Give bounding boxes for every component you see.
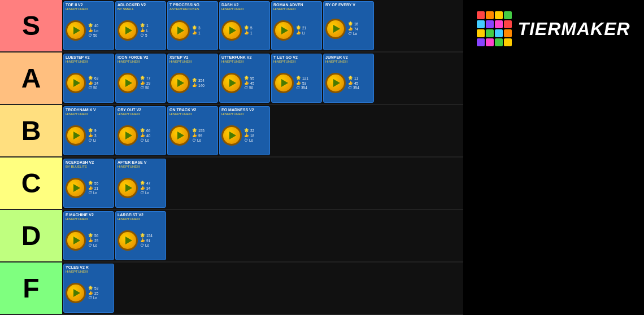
song-play-area: 🌟155 👍99 ⏱Lo [168, 116, 217, 155]
tier-content-s: TOE II V2 HiNEPTUNEIII 🌟40 👍Lo ⏱50 ADLOC… [62, 0, 463, 51]
song-title: AFTER BASE V [116, 159, 166, 165]
tier-row-s: S TOE II V2 HiNEPTUNEIII 🌟40 👍Lo ⏱50 [0, 0, 463, 53]
play-button[interactable] [118, 178, 138, 198]
logo-cell [486, 38, 494, 46]
song-card[interactable]: DASH V2 HiNEPTUNEIII 🌟5 👍1 [219, 1, 270, 50]
play-button[interactable] [273, 20, 294, 41]
song-stats: 🌟21 👍Li [296, 25, 306, 35]
song-stats: 🌟16 👍74 ⏱Lo [348, 21, 358, 36]
play-button[interactable] [169, 125, 190, 146]
song-stats: 🌟40 👍Lo ⏱50 [88, 23, 98, 37]
song-play-area: 🌟1 👍L ⏱5 [116, 11, 166, 50]
song-card[interactable]: AFTER BASE V HiNEPTUNEIII 🌟47 👍34 ⏱Lo [115, 159, 166, 208]
play-button[interactable] [118, 20, 138, 41]
song-card[interactable]: UTTERFUNK V2 HiNEPTUNEIII 🌟95 👍45 ⏱50 [219, 54, 270, 103]
song-card[interactable]: T PROCESSING ASTERTHECUBES 🌟3 👍1 [167, 1, 218, 50]
play-button[interactable] [325, 19, 346, 39]
song-play-area: 🌟95 👍45 ⏱50 [220, 63, 269, 102]
song-play-area: 🌟53 👍25 ⏱Lo [64, 273, 114, 312]
song-title: ORY OUT V2 [116, 107, 166, 112]
song-card[interactable]: LUESTEP V2 HiNEPTUNEIII 🌟63 👍24 ⏱50 [63, 54, 114, 103]
logo-cell [486, 11, 494, 19]
song-card[interactable]: RY OF EVERY V 🌟16 👍74 ⏱Lo [323, 1, 374, 50]
logo-cell [477, 38, 485, 46]
song-stats: 🌟11 👍45 ⏱354 [348, 76, 359, 90]
song-card[interactable]: ROMAN ADVEN HiNEPTUNEIII 🌟21 👍Li [271, 1, 322, 50]
song-card[interactable]: JUMPER V2 HiNEPTUNEIII 🌟11 👍45 ⏱354 [323, 54, 374, 103]
play-button[interactable] [118, 230, 138, 251]
tier-row-c: C NCERDASH V2 BY BLUELITE 🌟55 👍21 ⏱Lo [0, 158, 463, 210]
logo-cell [504, 29, 512, 37]
song-card[interactable]: E MACHINE V2 HiNEPTUNEIII 🌟56 👍25 ⏱Lo [63, 211, 114, 260]
song-stats: 🌟56 👍25 ⏱Lo [88, 233, 98, 247]
tier-label-a: A [0, 53, 62, 104]
play-button[interactable] [66, 125, 86, 146]
song-title: YCLES V2 R [64, 264, 114, 270]
song-card[interactable]: ADLOCKED V2 BY SMALL 🌟1 👍L ⏱5 [115, 1, 166, 50]
song-card[interactable]: YCLES V2 R HiNEPTUNEIII 🌟53 👍25 ⏱Lo [63, 264, 114, 313]
tier-content-a: LUESTEP V2 HiNEPTUNEIII 🌟63 👍24 ⏱50 ICON… [62, 53, 463, 104]
song-title: RY OF EVERY V [324, 2, 373, 7]
play-button[interactable] [118, 73, 138, 93]
song-card[interactable]: T LET GO V2 HiNEPTUNEIII 🌟121 👍53 ⏱354 [271, 54, 322, 103]
song-card[interactable]: ORY OUT V2 HiNEPTUNEIII 🌟66 👍40 ⏱Lo [115, 106, 166, 155]
song-title: UTTERFUNK V2 [220, 54, 269, 60]
play-button[interactable] [221, 20, 242, 41]
tiermaker-logo: TIERMAKER [477, 11, 630, 46]
logo-grid [477, 11, 512, 46]
logo-cell [504, 20, 512, 28]
song-play-area: 🌟16 👍74 ⏱Lo [324, 7, 373, 50]
tier-label-s: S [0, 0, 62, 51]
play-button[interactable] [66, 178, 86, 198]
play-button[interactable] [66, 73, 86, 93]
song-stats: 🌟9 👍3 ⏱Li [88, 128, 97, 142]
play-button[interactable] [169, 73, 190, 93]
song-title: ON TRACK V2 [168, 107, 217, 112]
play-button[interactable] [221, 73, 242, 93]
right-panel: TIERMAKER [463, 0, 644, 315]
song-card[interactable]: XSTEP V2 HiNEPTUNEIII 🌟354 👍140 [167, 54, 218, 103]
logo-cell [495, 29, 503, 37]
song-card[interactable]: LARGEIST V2 HiNEPTUNEIII 🌟154 👍91 ⏱Lo [115, 211, 166, 260]
song-title: ADLOCKED V2 [116, 2, 166, 7]
song-stats: 🌟77 👍29 ⏱50 [140, 76, 150, 90]
song-title: LUESTEP V2 [64, 54, 114, 60]
song-title: TRODYNAMIX V [64, 107, 114, 112]
play-button[interactable] [118, 125, 138, 146]
song-card[interactable]: TOE II V2 HiNEPTUNEIII 🌟40 👍Lo ⏱50 [63, 1, 114, 50]
song-title: XSTEP V2 [168, 54, 217, 60]
song-play-area: 🌟9 👍3 ⏱Li [64, 116, 114, 155]
song-card[interactable]: TRODYNAMIX V HiNEPTUNEIII 🌟9 👍3 ⏱Li [63, 106, 114, 155]
song-stats: 🌟22 👍18 ⏱Lo [244, 128, 254, 142]
play-button[interactable] [273, 73, 294, 93]
song-play-area: 🌟63 👍24 ⏱50 [64, 63, 114, 102]
play-button[interactable] [66, 230, 86, 251]
play-button[interactable] [66, 283, 86, 303]
song-stats: 🌟95 👍45 ⏱50 [244, 76, 254, 90]
song-card[interactable]: EO MADNESS V2 HiNEPTUNEIII 🌟22 👍18 ⏱Lo [219, 106, 270, 155]
song-title: LARGEIST V2 [116, 212, 166, 217]
song-stats: 🌟63 👍24 ⏱50 [88, 76, 98, 90]
song-stats: 🌟5 👍1 [244, 25, 253, 35]
song-card[interactable]: ICON FORCE V2 HiNEPTUNEIII 🌟77 👍29 ⏱50 [115, 54, 166, 103]
song-card[interactable]: ON TRACK V2 HiNEPTUNEIII 🌟155 👍99 ⏱Lo [167, 106, 218, 155]
tier-list: S TOE II V2 HiNEPTUNEIII 🌟40 👍Lo ⏱50 [0, 0, 463, 315]
song-title: ROMAN ADVEN [272, 2, 321, 7]
song-card[interactable]: NCERDASH V2 BY BLUELITE 🌟55 👍21 ⏱Lo [63, 159, 114, 208]
song-play-area: 🌟66 👍40 ⏱Lo [116, 116, 166, 155]
song-title: DASH V2 [220, 2, 269, 7]
tier-label-f: F [0, 262, 62, 314]
song-play-area: 🌟3 👍1 [168, 11, 217, 50]
play-button[interactable] [169, 20, 190, 41]
tier-row-a: A LUESTEP V2 HiNEPTUNEIII 🌟63 👍24 ⏱50 [0, 53, 463, 105]
logo-cell [486, 29, 494, 37]
song-stats: 🌟121 👍53 ⏱354 [296, 76, 308, 90]
logo-cell [477, 29, 485, 37]
logo-cell [495, 11, 503, 19]
tier-row-b: B TRODYNAMIX V HiNEPTUNEIII 🌟9 👍3 ⏱Li [0, 105, 463, 158]
song-play-area: 🌟121 👍53 ⏱354 [272, 63, 321, 102]
play-button[interactable] [325, 73, 346, 93]
song-stats: 🌟66 👍40 ⏱Lo [140, 128, 150, 142]
play-button[interactable] [221, 125, 242, 146]
play-button[interactable] [66, 20, 86, 41]
